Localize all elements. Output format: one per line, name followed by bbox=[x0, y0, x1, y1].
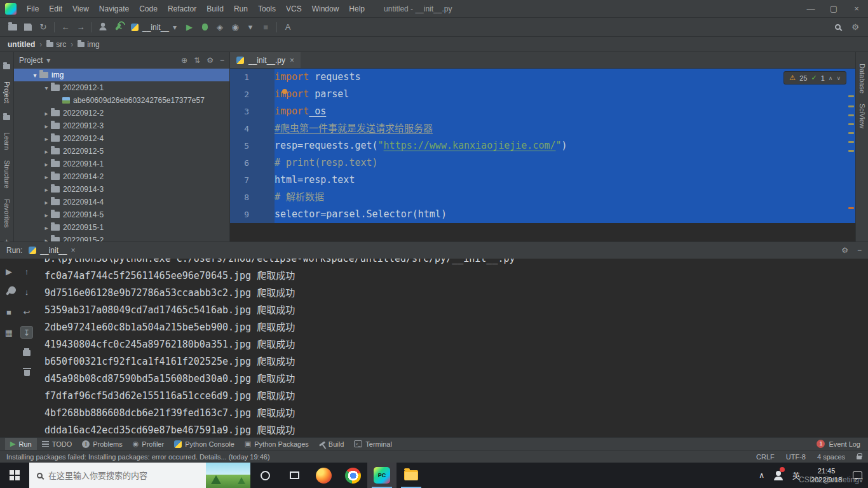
save-all-icon[interactable] bbox=[20, 20, 36, 35]
chevron-right-icon[interactable]: ▸ bbox=[42, 224, 51, 231]
code-line[interactable]: 3import os bbox=[230, 103, 855, 120]
tool-window-run[interactable]: ▶Run bbox=[5, 438, 37, 450]
encoding-indicator[interactable]: UTF-8 bbox=[786, 453, 806, 461]
code-line[interactable]: 2import parsel bbox=[230, 86, 855, 103]
down-stack-trace-icon[interactable]: ↓ bbox=[20, 285, 33, 298]
tool-window-python-packages[interactable]: ▣Python Packages bbox=[240, 438, 314, 450]
tree-item-20220912-2[interactable]: ▸20220912-2 bbox=[14, 107, 229, 119]
close-button[interactable]: × bbox=[845, 0, 868, 17]
chevron-down-icon[interactable]: ▾ bbox=[46, 56, 50, 65]
taskbar-clock[interactable]: 21:45 2022/9/18 bbox=[806, 466, 847, 484]
start-button[interactable] bbox=[0, 463, 29, 488]
chevron-right-icon[interactable]: ▸ bbox=[42, 199, 51, 206]
breadcrumb-item-untitled[interactable]: untitled bbox=[8, 40, 35, 49]
task-view-button[interactable] bbox=[280, 463, 309, 488]
translate-icon[interactable]: A bbox=[280, 20, 295, 35]
tree-item-20220912-3[interactable]: ▸20220912-3 bbox=[14, 119, 229, 132]
breadcrumb-item-img[interactable]: img bbox=[78, 40, 99, 49]
event-log-button[interactable]: 1 Event Log bbox=[817, 440, 863, 448]
menu-run[interactable]: Run bbox=[229, 0, 253, 18]
open-icon[interactable] bbox=[5, 20, 20, 35]
code-editor[interactable]: 1import requests2import parsel3import os… bbox=[230, 69, 855, 241]
chevron-down-icon[interactable]: ▾ bbox=[243, 20, 258, 35]
chevron-right-icon[interactable]: ▸ bbox=[42, 161, 51, 168]
user-icon[interactable] bbox=[95, 20, 111, 35]
tool-stripe-learn[interactable]: Learn bbox=[3, 132, 11, 150]
clear-console-icon[interactable] bbox=[20, 367, 33, 379]
tool-stripe-structure[interactable]: Structure bbox=[3, 160, 11, 189]
tool-stripe-database[interactable]: Database bbox=[858, 64, 866, 93]
sync-icon[interactable]: ↻ bbox=[36, 20, 51, 35]
tray-user-icon[interactable] bbox=[770, 463, 787, 488]
run-button[interactable]: ▶ bbox=[182, 20, 197, 35]
tree-item-20220914-2[interactable]: ▸20220914-2 bbox=[14, 170, 229, 183]
console-output[interactable]: D:\python38\python.exe C:/Users/zhou/ecl… bbox=[36, 259, 868, 437]
code-line[interactable]: 7html=resp.text bbox=[230, 172, 855, 189]
up-stack-trace-icon[interactable]: ↑ bbox=[20, 265, 33, 278]
cortana-button[interactable] bbox=[250, 463, 280, 488]
forward-icon[interactable]: → bbox=[73, 20, 88, 35]
next-issue-icon[interactable]: ∨ bbox=[836, 75, 841, 81]
scroll-to-end-icon[interactable]: ↧ bbox=[20, 326, 33, 339]
inspections-widget[interactable]: ⚠ 25 ✓ 1 ∧ ∨ bbox=[783, 71, 846, 85]
tree-item-abe60609d26eb603242765e17377e57[interactable]: abe60609d26eb603242765e17377e57 bbox=[14, 94, 229, 107]
tool-window-build[interactable]: Build bbox=[314, 438, 349, 450]
breadcrumb-item-src[interactable]: src bbox=[46, 40, 66, 49]
tree-item-20220912-5[interactable]: ▸20220912-5 bbox=[14, 145, 229, 158]
chevron-right-icon[interactable]: ▸ bbox=[42, 212, 51, 219]
code-line[interactable]: 1import requests bbox=[230, 69, 855, 86]
indent-indicator[interactable]: 4 spaces bbox=[817, 453, 845, 461]
search-input[interactable] bbox=[48, 471, 188, 480]
chevron-right-icon[interactable]: ▸ bbox=[42, 135, 51, 142]
taskbar-search[interactable] bbox=[29, 463, 206, 488]
menu-build[interactable]: Build bbox=[201, 0, 229, 18]
profiler-icon[interactable]: ◉ bbox=[227, 20, 243, 35]
chevron-right-icon[interactable]: ▸ bbox=[42, 123, 51, 130]
run-configuration-selector[interactable]: __init__ ▾ bbox=[126, 23, 182, 32]
menu-code[interactable]: Code bbox=[134, 0, 163, 18]
line-ending-indicator[interactable]: CRLF bbox=[756, 453, 775, 461]
tree-item-20220914-3[interactable]: ▸20220914-3 bbox=[14, 183, 229, 196]
menu-window[interactable]: Window bbox=[307, 0, 344, 18]
chevron-down-icon[interactable]: ▾ bbox=[42, 85, 51, 92]
tool-stripe-favorites[interactable]: Favorites bbox=[3, 199, 11, 227]
run-tab[interactable]: __init__ × bbox=[29, 246, 75, 255]
close-tab-icon[interactable]: × bbox=[71, 246, 75, 255]
notification-center-icon[interactable] bbox=[847, 463, 868, 488]
settings-gear-icon[interactable]: ⚙ bbox=[848, 20, 863, 35]
file-explorer-button[interactable] bbox=[397, 463, 426, 488]
rerun-button[interactable]: ▶ bbox=[3, 265, 15, 278]
tool-window-python-console[interactable]: Python Console bbox=[169, 438, 240, 450]
menu-file[interactable]: File bbox=[22, 0, 44, 18]
menu-tools[interactable]: Tools bbox=[253, 0, 281, 18]
pycharm-taskbar-button[interactable] bbox=[367, 463, 397, 488]
tree-item-20220914-4[interactable]: ▸20220914-4 bbox=[14, 196, 229, 208]
project-panel-title[interactable]: Project bbox=[19, 56, 43, 65]
tool-window-problems[interactable]: !Problems bbox=[77, 438, 127, 450]
status-message[interactable]: Installing packages failed: Installing p… bbox=[6, 453, 270, 461]
tree-item-20220914-5[interactable]: ▸20220914-5 bbox=[14, 208, 229, 221]
collapse-all-icon[interactable]: ⇅ bbox=[194, 56, 200, 65]
maximize-button[interactable]: ▢ bbox=[822, 0, 845, 17]
tree-item-img[interactable]: ▾img bbox=[14, 69, 229, 81]
code-line[interactable]: 6# print(resp.text) bbox=[230, 154, 855, 172]
locate-file-icon[interactable]: ⊕ bbox=[181, 56, 187, 65]
search-everywhere-icon[interactable] bbox=[830, 20, 845, 35]
close-tab-icon[interactable]: × bbox=[290, 56, 294, 65]
chevron-right-icon[interactable]: ▸ bbox=[42, 110, 51, 117]
editor-tab[interactable]: __init__.py × bbox=[230, 52, 301, 68]
menu-edit[interactable]: Edit bbox=[44, 0, 67, 18]
code-line[interactable]: 4#爬虫第一件事就是发送请求给服务器 bbox=[230, 120, 855, 137]
print-icon[interactable] bbox=[20, 346, 33, 359]
code-line[interactable]: 8# 解析数据 bbox=[230, 189, 855, 206]
chevron-right-icon[interactable]: ▸ bbox=[42, 186, 51, 193]
lock-icon[interactable] bbox=[857, 456, 862, 459]
stop-button[interactable]: ■ bbox=[3, 306, 15, 318]
tree-item-20220915-2[interactable]: ▸20220915-2 bbox=[14, 234, 229, 241]
firefox-button[interactable] bbox=[309, 463, 338, 488]
restore-layout-icon[interactable]: ▦ bbox=[3, 326, 15, 339]
coverage-icon[interactable]: ◈ bbox=[212, 20, 227, 35]
run-settings-gear-icon[interactable]: ⚙ bbox=[841, 246, 848, 255]
tool-window-terminal[interactable]: Terminal bbox=[349, 438, 397, 450]
code-line[interactable]: 5resp=requests.get("https://www.kanxiaoj… bbox=[230, 137, 855, 154]
